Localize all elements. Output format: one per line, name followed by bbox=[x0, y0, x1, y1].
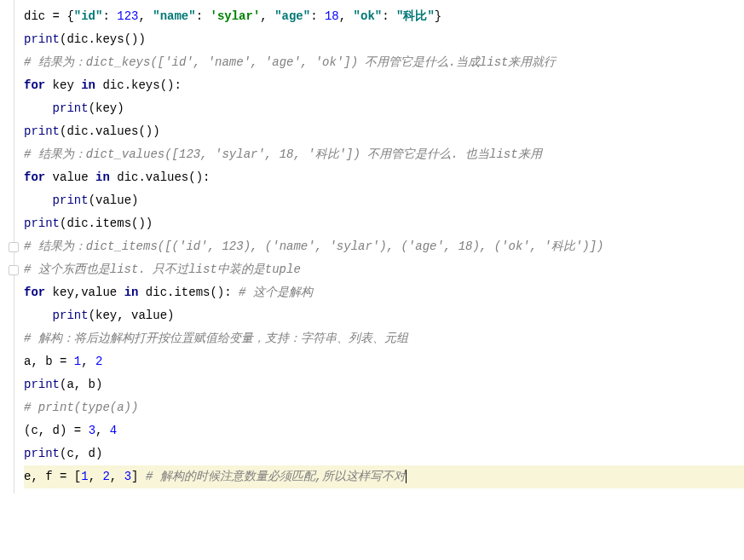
code-token: (dic.items()) bbox=[60, 216, 153, 230]
code-token: , bbox=[138, 9, 153, 23]
code-token bbox=[24, 193, 53, 207]
code-token: "age" bbox=[274, 9, 310, 23]
code-line-13[interactable]: for key,value in dic.items(): # 这个是解构 bbox=[24, 281, 744, 304]
code-line-19[interactable]: (c, d) = 3, 4 bbox=[24, 419, 744, 442]
code-line-17[interactable]: print(a, b) bbox=[24, 373, 744, 396]
code-token: dic = { bbox=[24, 9, 74, 23]
code-line-16[interactable]: a, b = 1, 2 bbox=[24, 350, 744, 373]
code-token: in bbox=[124, 286, 146, 299]
code-token: dic.items(): bbox=[146, 286, 239, 299]
code-token bbox=[24, 101, 53, 115]
code-token: print bbox=[53, 101, 89, 115]
code-line-15[interactable]: # 解构：将后边解构打开按位置赋值给变量，支持：字符串、列表、元组 bbox=[24, 327, 744, 350]
code-token: value bbox=[53, 170, 95, 184]
code-token: "科比" bbox=[396, 9, 435, 23]
code-token: (c, d) = bbox=[24, 424, 89, 437]
code-token: for bbox=[24, 286, 53, 299]
code-token: for bbox=[24, 78, 53, 92]
code-line-1[interactable]: dic = {"id": 123, "name": 'sylar', "age"… bbox=[24, 5, 744, 28]
code-token: in bbox=[81, 78, 102, 92]
code-token: (key) bbox=[89, 101, 124, 115]
code-token: , bbox=[95, 424, 110, 437]
code-line-6[interactable]: print(dic.values()) bbox=[24, 120, 744, 143]
code-token: (dic.keys()) bbox=[60, 32, 146, 46]
code-token: in bbox=[95, 170, 117, 184]
code-token: # 结果为：dict_items([('id', 123), ('name', … bbox=[24, 240, 604, 253]
code-token: , bbox=[81, 355, 95, 368]
code-token: 1 bbox=[74, 355, 81, 368]
code-token: , bbox=[339, 9, 354, 23]
code-token: (dic.values()) bbox=[60, 124, 160, 138]
code-token: , bbox=[260, 9, 274, 23]
code-token: e, f = [ bbox=[24, 470, 81, 483]
code-line-4[interactable]: for key in dic.keys(): bbox=[24, 74, 744, 97]
code-token: # 结果为：dict_keys(['id', 'name', 'age', 'o… bbox=[24, 55, 556, 69]
code-line-5[interactable]: print(key) bbox=[24, 97, 744, 120]
code-line-3[interactable]: # 结果为：dict_keys(['id', 'name', 'age', 'o… bbox=[24, 51, 744, 74]
code-token: "name" bbox=[153, 9, 195, 23]
code-token: 123 bbox=[117, 9, 138, 23]
code-token: # print(type(a)) bbox=[24, 401, 138, 414]
code-token: print bbox=[24, 32, 60, 46]
code-token: print bbox=[53, 309, 89, 322]
code-token bbox=[24, 309, 53, 322]
code-token: print bbox=[53, 193, 89, 207]
code-token: 2 bbox=[102, 470, 109, 483]
code-token: 3 bbox=[124, 470, 131, 483]
code-token: (key, value) bbox=[89, 309, 175, 322]
code-line-10[interactable]: print(dic.items()) bbox=[24, 212, 744, 235]
code-token: , bbox=[89, 470, 103, 483]
code-token: dic.keys(): bbox=[102, 78, 181, 92]
code-token: 18 bbox=[325, 9, 339, 23]
code-token: (a, b) bbox=[60, 378, 102, 391]
code-token: 1 bbox=[81, 470, 88, 483]
code-line-20[interactable]: print(c, d) bbox=[24, 442, 744, 465]
code-token: key bbox=[53, 78, 82, 92]
code-token: print bbox=[24, 124, 60, 138]
code-line-18[interactable]: # print(type(a)) bbox=[24, 396, 744, 419]
code-token: (c, d) bbox=[60, 447, 102, 460]
code-token: print bbox=[24, 216, 60, 230]
code-token: 'sylar' bbox=[211, 9, 261, 23]
code-token: print bbox=[24, 447, 60, 460]
code-line-8[interactable]: for value in dic.values(): bbox=[24, 166, 744, 189]
code-line-7[interactable]: # 结果为：dict_values([123, 'sylar', 18, '科比… bbox=[24, 143, 744, 166]
text-caret bbox=[406, 470, 407, 483]
code-token: : bbox=[102, 9, 117, 23]
code-token: : bbox=[310, 9, 325, 23]
code-editor[interactable]: dic = {"id": 123, "name": 'sylar', "age"… bbox=[0, 0, 744, 494]
code-token: # 结果为：dict_values([123, 'sylar', 18, '科比… bbox=[24, 147, 542, 161]
code-token: 2 bbox=[95, 355, 102, 368]
code-line-11[interactable]: # 结果为：dict_items([('id', 123), ('name', … bbox=[24, 235, 744, 258]
code-token: # 解构：将后边解构打开按位置赋值给变量，支持：字符串、列表、元组 bbox=[24, 332, 408, 345]
code-token: : bbox=[382, 9, 396, 23]
code-token: ] bbox=[131, 470, 146, 483]
code-token: print bbox=[24, 378, 60, 391]
code-token: # 这个东西也是list. 只不过list中装的是tuple bbox=[24, 263, 301, 276]
code-token: # 解构的时候注意数量必须匹配,所以这样写不对 bbox=[146, 470, 406, 483]
code-token: "ok" bbox=[354, 9, 383, 23]
code-token: # 这个是解构 bbox=[239, 286, 313, 299]
code-token: 4 bbox=[110, 424, 117, 437]
code-token: 3 bbox=[89, 424, 95, 437]
code-token: a, b = bbox=[24, 355, 74, 368]
code-token: : bbox=[196, 9, 211, 23]
code-line-9[interactable]: print(value) bbox=[24, 189, 744, 212]
code-token: dic.values(): bbox=[117, 170, 210, 184]
code-token: "id" bbox=[74, 9, 103, 23]
code-line-12[interactable]: # 这个东西也是list. 只不过list中装的是tuple bbox=[24, 258, 744, 281]
code-line-14[interactable]: print(key, value) bbox=[24, 304, 744, 327]
code-line-2[interactable]: print(dic.keys()) bbox=[24, 28, 744, 51]
code-token: } bbox=[435, 9, 441, 23]
fold-marker-icon[interactable] bbox=[9, 242, 19, 252]
code-token: key,value bbox=[53, 286, 124, 299]
code-token: (value) bbox=[89, 193, 139, 207]
code-token: , bbox=[110, 470, 124, 483]
code-line-21[interactable]: e, f = [1, 2, 3] # 解构的时候注意数量必须匹配,所以这样写不对 bbox=[24, 465, 744, 488]
fold-marker-icon[interactable] bbox=[9, 265, 19, 275]
code-token: for bbox=[24, 170, 53, 184]
